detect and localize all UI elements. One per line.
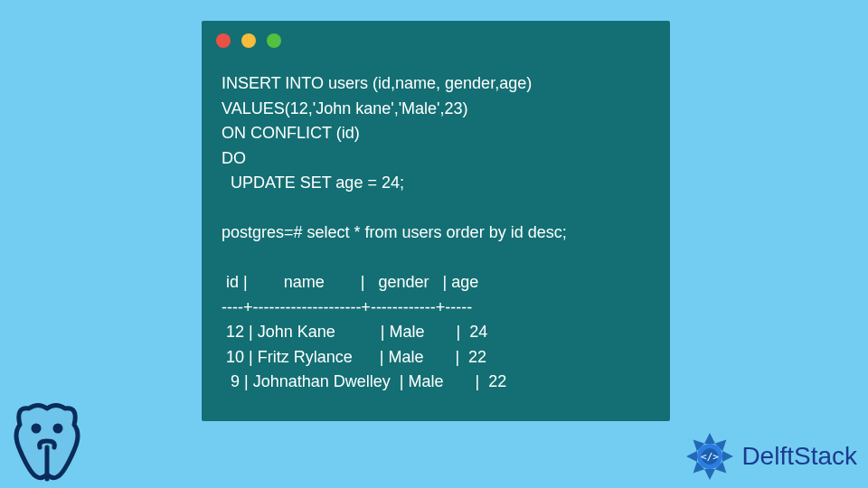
svg-marker-4 <box>686 451 697 462</box>
delftstack-logo-icon: </> <box>684 430 736 483</box>
svg-marker-2 <box>704 433 715 444</box>
terminal-output: INSERT INTO users (id,name, gender,age) … <box>202 61 670 395</box>
svg-marker-3 <box>704 469 715 480</box>
postgresql-logo-icon <box>2 398 92 488</box>
titlebar <box>202 21 670 61</box>
svg-point-0 <box>33 426 39 431</box>
close-icon <box>216 33 231 48</box>
svg-text:</>: </> <box>701 451 719 463</box>
maximize-icon <box>267 33 281 48</box>
minimize-icon <box>241 33 256 48</box>
svg-point-1 <box>55 426 61 431</box>
terminal-window: INSERT INTO users (id,name, gender,age) … <box>202 21 670 421</box>
brand: </> DelftStack <box>684 430 857 483</box>
svg-marker-5 <box>722 451 733 462</box>
brand-name: DelftStack <box>741 442 857 471</box>
